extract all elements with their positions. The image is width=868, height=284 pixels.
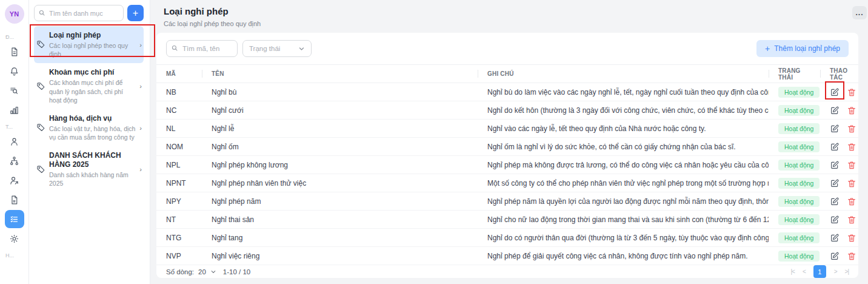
chevron-down-icon xyxy=(298,46,305,52)
page-header: Loại nghỉ phép Các loại nghỉ phép theo q… xyxy=(156,6,858,27)
category-sidebar: + Loại nghỉ phép Các loại nghỉ phép theo… xyxy=(29,0,150,284)
delete-icon[interactable] xyxy=(847,233,856,243)
chevron-right-icon: › xyxy=(139,41,142,49)
sidebar-item-title: Loại nghỉ phép xyxy=(49,31,136,40)
page-title: Loại nghỉ phép xyxy=(164,6,261,16)
tag-icon xyxy=(36,165,45,174)
delete-icon[interactable] xyxy=(847,160,856,170)
bell-icon[interactable] xyxy=(5,62,24,80)
sidebar-item-description: Danh sách khách hàng năm 2025 xyxy=(49,171,136,188)
table-row: NVP Nghỉ việc riêng Nghỉ phép để giải qu… xyxy=(156,247,858,265)
search-icon xyxy=(171,44,179,52)
cell-code: NL xyxy=(156,120,202,138)
delete-icon[interactable] xyxy=(847,197,856,206)
user-share-icon[interactable] xyxy=(5,171,24,189)
rows-range: 1-10 / 10 xyxy=(223,268,250,276)
cell-note: Nghỉ vào các ngày lễ, tết theo quy định … xyxy=(478,120,769,138)
cell-name: Nghỉ bù xyxy=(202,83,478,101)
main-content: Loại nghỉ phép Các loại nghỉ phép theo q… xyxy=(150,0,868,284)
cell-name: Nghỉ việc riêng xyxy=(202,247,478,265)
search-list-icon[interactable] xyxy=(5,81,24,100)
document-icon[interactable] xyxy=(5,191,24,209)
edit-icon[interactable] xyxy=(830,197,840,206)
sidebar-item-danh-sach-khach-hang-2025[interactable]: DANH SÁCH KHÁCH HÀNG 2025 Danh sách khác… xyxy=(34,146,144,192)
file-icon[interactable] xyxy=(5,42,24,61)
sidebar-item-description: Các loại vật tư, hàng hóa, dịch vụ cần m… xyxy=(49,124,136,141)
status-badge: Hoạt động xyxy=(778,196,820,207)
edit-icon[interactable] xyxy=(830,178,840,188)
delete-icon[interactable] xyxy=(847,124,856,134)
cell-name: Nghỉ phép không lương xyxy=(202,156,478,174)
delete-icon[interactable] xyxy=(847,251,856,261)
cell-note: Nghỉ phép mà không được trả lương, có th… xyxy=(478,156,769,174)
delete-icon[interactable] xyxy=(847,215,856,225)
add-leave-type-button[interactable]: + Thêm loại nghỉ phép xyxy=(756,40,849,57)
cell-name: Nghỉ ốm xyxy=(202,138,478,156)
sidebar-item-khoan-muc-chi-phi[interactable]: Khoản mục chi phí Các khoản mục chi phí … xyxy=(34,63,144,109)
edit-icon[interactable] xyxy=(830,251,840,261)
status-badge: Hoạt động xyxy=(778,87,820,98)
user-icon[interactable] xyxy=(5,132,24,150)
cell-code: NC xyxy=(156,101,202,120)
edit-icon[interactable] xyxy=(830,87,840,97)
avatar[interactable]: YN xyxy=(5,4,24,24)
bar-chart-icon[interactable] xyxy=(5,101,24,119)
cell-code: NB xyxy=(156,83,202,101)
plus-icon: + xyxy=(765,44,770,53)
sidebar-item-description: Các khoản mục chi phí để quản lý ngân sá… xyxy=(49,78,136,104)
delete-icon[interactable] xyxy=(847,87,856,97)
add-category-button[interactable]: + xyxy=(127,5,144,21)
category-search-input[interactable] xyxy=(34,5,124,21)
table-row: NT Nghỉ thai sản Nghỉ cho nữ lao động tr… xyxy=(156,211,858,229)
table-search-wrap xyxy=(166,40,238,57)
sidebar-item-loai-nghi-phep[interactable]: Loại nghỉ phép Các loại nghỉ phép theo q… xyxy=(34,26,144,63)
status-badge: Hoạt động xyxy=(778,178,820,189)
edit-icon[interactable] xyxy=(830,142,840,152)
status-filter-select[interactable]: Trạng thái xyxy=(242,40,312,57)
cell-note: Nghỉ do có người thân qua đời (thường là… xyxy=(478,229,769,247)
edit-icon[interactable] xyxy=(830,160,840,170)
sidebar-item-title: Hàng hóa, dịch vụ xyxy=(49,114,136,123)
table-footer: Số dòng: 20 1-10 / 10 |< < 1 > >| xyxy=(156,265,858,278)
table-toolbar: Trạng thái + Thêm loại nghỉ phép xyxy=(156,33,858,64)
edit-icon[interactable] xyxy=(830,106,840,115)
more-actions-button[interactable]: ... xyxy=(852,6,867,19)
edit-icon[interactable] xyxy=(830,124,840,134)
edit-icon[interactable] xyxy=(830,233,840,243)
table-row: NPL Nghỉ phép không lương Nghỉ phép mà k… xyxy=(156,156,858,174)
status-badge: Hoạt động xyxy=(778,141,820,152)
delete-icon[interactable] xyxy=(847,178,856,188)
settings-icon[interactable] xyxy=(5,229,24,248)
next-page-button[interactable]: > xyxy=(834,268,837,275)
content-card: Trạng thái + Thêm loại nghỉ phép MÃ TÊN xyxy=(156,33,858,278)
app-window: YN Đ... T... H... xyxy=(0,0,868,284)
delete-icon[interactable] xyxy=(847,106,856,115)
sidebar-item-text: Khoản mục chi phí Các khoản mục chi phí … xyxy=(49,68,136,104)
chevron-down-icon[interactable] xyxy=(210,269,216,275)
rows-per-page-label: Số dòng: xyxy=(166,268,194,276)
delete-icon[interactable] xyxy=(847,142,856,152)
checklist-icon[interactable] xyxy=(5,210,24,228)
hierarchy-icon[interactable] xyxy=(5,152,24,170)
first-page-button[interactable]: |< xyxy=(790,268,794,275)
cell-code: NT xyxy=(156,211,202,229)
tag-icon xyxy=(36,40,45,49)
sidebar-item-hang-hoa-dich-vu[interactable]: Hàng hóa, dịch vụ Các loại vật tư, hàng … xyxy=(34,109,144,146)
cell-note: Một số công ty có thể cho phép nhân viên… xyxy=(478,174,769,192)
last-page-button[interactable]: >| xyxy=(845,268,849,275)
cell-code: NVP xyxy=(156,247,202,265)
page-number-button[interactable]: 1 xyxy=(813,265,826,278)
edit-icon[interactable] xyxy=(830,215,840,225)
page-subtitle: Các loại nghỉ phép theo quy định xyxy=(164,20,261,27)
rows-per-page-value[interactable]: 20 xyxy=(198,268,206,276)
status-badge: Hoạt động xyxy=(778,105,820,116)
cell-note: Nghỉ ốm là nghỉ vì lý do sức khỏe, có th… xyxy=(478,138,769,156)
search-icon xyxy=(38,9,46,17)
table-row: NPY Nghỉ phép năm Nghỉ phép năm là quyền… xyxy=(156,192,858,211)
tag-icon xyxy=(36,82,45,91)
prev-page-button[interactable]: < xyxy=(803,268,806,275)
category-search-row: + xyxy=(34,5,144,21)
sidebar-item-text: Loại nghỉ phép Các loại nghỉ phép theo q… xyxy=(49,31,136,58)
column-header-actions: THAO TÁC xyxy=(820,65,858,83)
column-header-code: MÃ xyxy=(156,65,202,83)
